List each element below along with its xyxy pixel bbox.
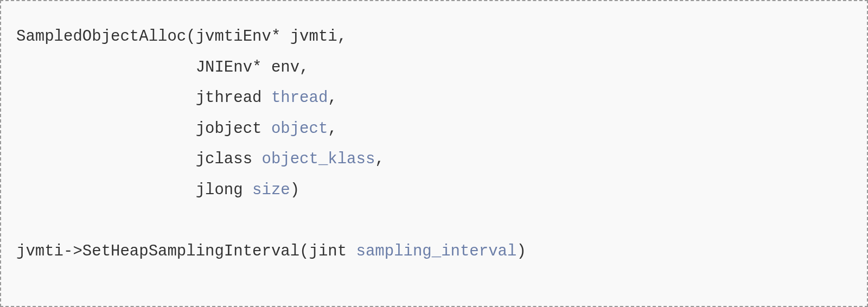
code-line-8-end: ) (516, 242, 526, 260)
code-line-6-type: jlong (16, 181, 252, 199)
code-line-3-end: , (328, 89, 337, 107)
code-line-6-end: ) (290, 181, 299, 199)
param-object: object (271, 120, 328, 138)
code-line-1: SampledObjectAlloc(jvmtiEnv* jvmti, (16, 28, 347, 46)
param-thread: thread (271, 89, 328, 107)
code-line-4-end: , (328, 120, 337, 138)
code-line-5-end: , (375, 150, 384, 168)
param-object-klass: object_klass (261, 150, 375, 168)
code-line-3-type: jthread (16, 89, 271, 107)
param-size: size (252, 181, 290, 199)
code-line-5-type: jclass (16, 150, 261, 168)
code-line-4-type: jobject (16, 120, 271, 138)
code-line-8-call: jvmti->SetHeapSamplingInterval(jint (16, 242, 356, 260)
param-sampling-interval: sampling_interval (356, 242, 517, 260)
code-line-2: JNIEnv* env, (16, 59, 309, 76)
code-block: SampledObjectAlloc(jvmtiEnv* jvmti, JNIE… (0, 0, 868, 307)
